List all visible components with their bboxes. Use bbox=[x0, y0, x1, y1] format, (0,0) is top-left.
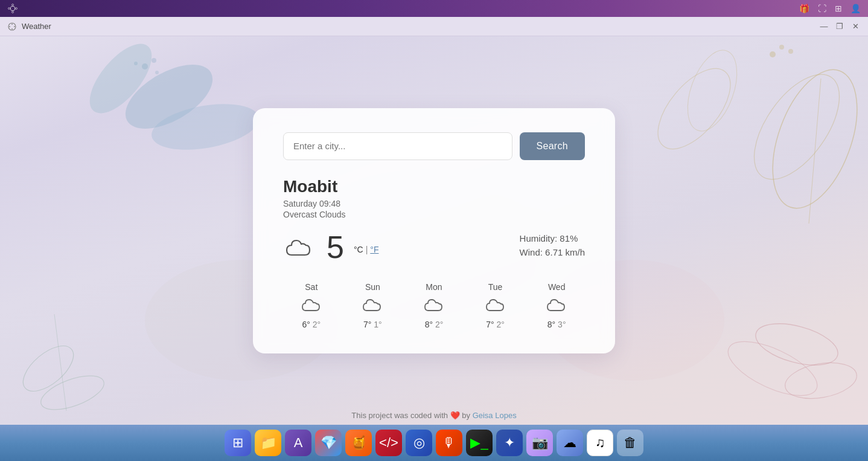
terminal[interactable]: ▶_ bbox=[466, 430, 493, 456]
grid-icon[interactable]: ⊞ bbox=[835, 4, 842, 13]
system-topbar: 🎁 ⛶ ⊞ 👤 bbox=[0, 0, 868, 17]
svg-point-26 bbox=[12, 11, 14, 13]
code-editor[interactable]: </> bbox=[375, 430, 402, 456]
svg-point-25 bbox=[12, 4, 14, 6]
trash[interactable]: 🗑 bbox=[617, 430, 643, 456]
current-cloud-icon bbox=[283, 233, 317, 261]
city-condition: Overcast Clouds bbox=[283, 210, 585, 219]
forecast-low: 3° bbox=[558, 320, 566, 329]
forecast-temps: 8° 2° bbox=[425, 320, 444, 329]
honey-app[interactable]: 🍯 bbox=[345, 430, 372, 456]
files[interactable]: 📁 bbox=[255, 430, 281, 456]
forecast-day: Wed 8° 3° bbox=[528, 282, 585, 329]
forecast-temps: 6° 2° bbox=[302, 320, 321, 329]
svg-point-30 bbox=[11, 24, 13, 25]
wind-label: Wind: 6.71 km/h bbox=[520, 247, 585, 257]
search-row: Search bbox=[283, 132, 585, 160]
forecast-low: 1° bbox=[374, 320, 381, 329]
user-icon[interactable]: 👤 bbox=[850, 4, 861, 13]
microphone-app[interactable]: 🎙 bbox=[436, 430, 462, 456]
forecast-cloud-icon bbox=[546, 297, 567, 315]
forecast-day-label: Wed bbox=[548, 282, 566, 292]
current-weather-row: 5 °C | °F Humidity: 81% Wind: 6.71 km/h bbox=[283, 231, 585, 263]
3d-app[interactable]: 💎 bbox=[315, 430, 342, 456]
grid-launcher[interactable]: ⊞ bbox=[225, 430, 251, 456]
forecast-day-label: Mon bbox=[426, 282, 442, 292]
forecast-cloud-icon bbox=[301, 297, 322, 315]
forecast-day: Mon 8° 2° bbox=[406, 282, 462, 329]
forecast-day: Sun 7° 1° bbox=[345, 282, 401, 329]
music-app[interactable]: ♫ bbox=[587, 430, 613, 456]
cloud-app[interactable]: ☁ bbox=[557, 430, 583, 456]
forecast-high: 7° bbox=[363, 320, 371, 329]
close-button[interactable]: ✕ bbox=[850, 21, 861, 32]
window-titlebar: Weather — ❐ ✕ bbox=[0, 17, 868, 36]
forecast-cloud-icon bbox=[362, 297, 383, 315]
dock: ⊞📁A💎🍯</>◎🎙▶_✦📷☁♫🗑 bbox=[0, 425, 868, 461]
unit-separator: | bbox=[366, 245, 368, 254]
gift-icon[interactable]: 🎁 bbox=[799, 4, 809, 13]
maximize-button[interactable]: ❐ bbox=[834, 21, 845, 32]
topbar-left bbox=[7, 3, 18, 14]
footer-author-link[interactable]: Geisa Lopes bbox=[473, 411, 517, 420]
svg-point-24 bbox=[10, 6, 15, 11]
city-name: Moabit bbox=[283, 177, 585, 196]
minimize-button[interactable]: — bbox=[819, 21, 829, 32]
celsius-unit: °C bbox=[354, 245, 363, 254]
titlebar-left: Weather bbox=[7, 22, 51, 31]
temp-unit-switch: °C | °F bbox=[354, 240, 379, 254]
current-temp-section: 5 °C | °F bbox=[283, 231, 378, 263]
forecast-day: Tue 7° 2° bbox=[467, 282, 524, 329]
forecast-high: 7° bbox=[486, 320, 494, 329]
font-manager[interactable]: A bbox=[285, 430, 311, 456]
svg-point-27 bbox=[8, 8, 10, 10]
city-datetime: Saturday 09:48 bbox=[283, 199, 585, 208]
svg-point-32 bbox=[9, 26, 10, 27]
forecast-temps: 8° 3° bbox=[547, 320, 566, 329]
forecast-high: 8° bbox=[547, 320, 555, 329]
stars-app[interactable]: ✦ bbox=[496, 430, 523, 456]
temperature-value: 5 bbox=[327, 231, 344, 263]
forecast-day-label: Tue bbox=[488, 282, 503, 292]
forecast-temps: 7° 2° bbox=[486, 320, 505, 329]
weather-app-icon bbox=[7, 22, 17, 31]
fahrenheit-unit-link[interactable]: °F bbox=[370, 245, 378, 254]
proxy-app[interactable]: ◎ bbox=[406, 430, 432, 456]
footer: This project was coded with ❤️ by Geisa … bbox=[0, 411, 868, 420]
forecast-day-label: Sun bbox=[365, 282, 380, 292]
forecast-row: Sat 6° 2° Sun 7° 1° Mon 8° bbox=[283, 282, 585, 329]
svg-point-33 bbox=[14, 26, 15, 27]
svg-point-31 bbox=[11, 28, 13, 30]
topbar-right: 🎁 ⛶ ⊞ 👤 bbox=[799, 4, 861, 13]
weather-card: Search Moabit Saturday 09:48 Overcast Cl… bbox=[253, 108, 615, 353]
humidity-label: Humidity: 81% bbox=[520, 233, 585, 243]
forecast-low: 2° bbox=[313, 320, 321, 329]
forecast-high: 8° bbox=[425, 320, 433, 329]
forecast-low: 2° bbox=[497, 320, 505, 329]
search-button[interactable]: Search bbox=[520, 132, 586, 160]
city-search-input[interactable] bbox=[283, 132, 512, 160]
titlebar-controls[interactable]: — ❐ ✕ bbox=[819, 21, 861, 32]
forecast-day-label: Sat bbox=[305, 282, 318, 292]
fullscreen-icon[interactable]: ⛶ bbox=[818, 4, 826, 13]
system-logo bbox=[7, 3, 18, 14]
forecast-high: 6° bbox=[302, 320, 310, 329]
main-content: Search Moabit Saturday 09:48 Overcast Cl… bbox=[0, 36, 868, 425]
footer-text-before: This project was coded with bbox=[351, 411, 448, 420]
footer-text-middle: by bbox=[462, 411, 470, 420]
forecast-low: 2° bbox=[435, 320, 443, 329]
footer-heart-icon: ❤️ bbox=[450, 411, 462, 420]
svg-point-28 bbox=[16, 8, 18, 10]
forecast-cloud-icon bbox=[485, 297, 506, 315]
weather-details: Humidity: 81% Wind: 6.71 km/h bbox=[520, 233, 585, 261]
camera-app[interactable]: 📷 bbox=[526, 430, 553, 456]
forecast-cloud-icon bbox=[423, 297, 445, 315]
forecast-day: Sat 6° 2° bbox=[283, 282, 340, 329]
forecast-temps: 7° 1° bbox=[363, 320, 382, 329]
window-title: Weather bbox=[22, 22, 51, 31]
